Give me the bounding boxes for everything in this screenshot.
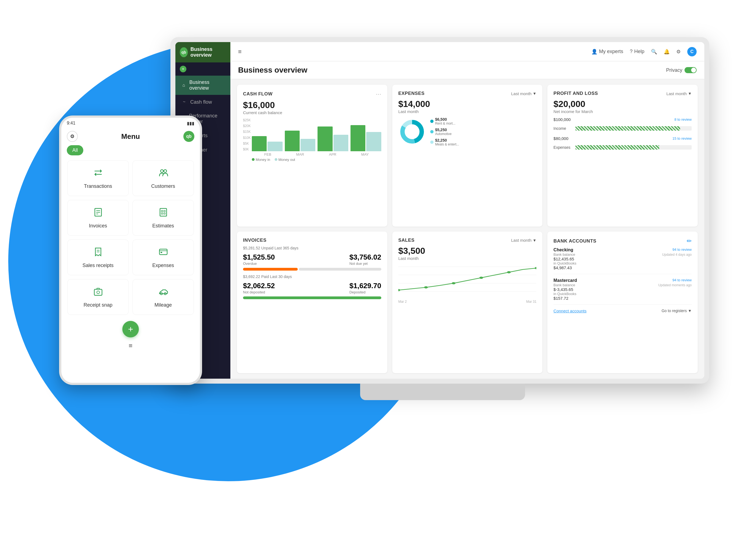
connect-accounts-link[interactable]: Connect accounts [553, 309, 586, 313]
cash-flow-header: CASH FLOW ⋯ [243, 91, 381, 97]
sidebar-plus-icon: + [180, 66, 186, 72]
profit-loss-card: PROFIT AND LOSS Last month ▼ $20,000 Net… [547, 85, 698, 227]
phone-item-expenses[interactable]: Expenses [133, 240, 194, 275]
pencil-icon[interactable]: ✏ [687, 238, 692, 245]
svg-rect-28 [161, 252, 162, 253]
hamburger-icon[interactable]: ≡ [238, 48, 242, 55]
not-due-amount: $3,756.02 [349, 253, 381, 262]
phone-filter: All [61, 145, 200, 159]
expenses-header: EXPENSES Last month ▼ [398, 91, 537, 96]
pl-chevron-icon: ▼ [688, 91, 692, 96]
sidebar-app-title: Business overview [191, 46, 226, 58]
phone-hamburger-icon[interactable]: ≡ [61, 342, 200, 352]
checking-review[interactable]: 94 to review [662, 247, 692, 252]
sales-line-chart: Mar 2 Mar 31 [398, 264, 537, 297]
qb-app: qb Business overview + ⌂ Business overvi… [175, 42, 704, 379]
bar-group-feb [252, 136, 283, 151]
svg-point-30 [97, 291, 100, 294]
phone-qb-logo: qb [183, 131, 194, 142]
phone-item-receipt-snap[interactable]: Receipt snap [67, 279, 129, 315]
nav-left: ≡ [238, 48, 242, 55]
pl-income-bar-row: Income [553, 126, 692, 131]
customers-label: Customers [151, 183, 175, 189]
privacy-toggle[interactable]: Privacy [666, 67, 697, 73]
sales-amount: $3,500 [398, 246, 537, 256]
sidebar-item-business-overview[interactable]: ⌂ Business overview [175, 76, 230, 95]
bell-nav[interactable]: 🔔 [664, 49, 670, 55]
settings-nav[interactable]: ⚙ [676, 49, 681, 55]
svg-point-13 [535, 267, 537, 269]
phone-settings-icon[interactable]: ⚙ [67, 131, 78, 142]
checking-account: Checking Bank balance $12,435.65 in Quic… [553, 247, 692, 274]
cash-flow-title: CASH FLOW [243, 91, 272, 97]
pl-expense-bar-row: Expenses [553, 145, 692, 150]
page-header: Business overview Privacy [230, 61, 704, 79]
deposited-amount: $1,629.70 [349, 282, 381, 290]
cash-flow-menu-icon[interactable]: ⋯ [376, 91, 381, 97]
phone-status-bar: 9:41 ▮▮▮ [61, 118, 200, 129]
expense-review[interactable]: 15 to review [672, 136, 692, 141]
bar-apr-in [318, 126, 332, 151]
sales-period-selector[interactable]: Last month ▼ [511, 238, 536, 243]
help-nav[interactable]: ? Help [630, 49, 644, 54]
bar-may-out [366, 132, 381, 151]
checking-updated: Updated 4 days ago [662, 253, 692, 257]
sidebar-add-item[interactable]: + [175, 62, 230, 76]
sales-receipts-label: Sales receipts [82, 263, 114, 268]
phone-item-mileage[interactable]: Mileage [133, 279, 194, 315]
sales-x-labels: Mar 2 Mar 31 [398, 300, 537, 304]
mastercard-review[interactable]: 94 to review [658, 278, 692, 282]
sidebar-item-cash-flow[interactable]: ~ Cash flow [175, 95, 230, 109]
user-avatar[interactable]: C [687, 47, 697, 56]
search-nav[interactable]: 🔍 [651, 49, 657, 55]
deposited-bar [243, 296, 381, 299]
sales-chevron-icon: ▼ [532, 238, 536, 243]
phone-item-invoices[interactable]: Invoices [67, 200, 129, 236]
income-review[interactable]: 8 to review [674, 117, 692, 122]
expenses-donut: $6,500 Rent & mort... $5,250 [398, 117, 537, 146]
laptop-screen: qb Business overview + ⌂ Business overvi… [175, 42, 704, 379]
bar-apr-out [333, 135, 348, 151]
expenses-period-selector[interactable]: Last month ▼ [511, 91, 536, 96]
mastercard-updated: Updated moments ago [658, 283, 692, 287]
expense-bar-container [575, 145, 692, 150]
gear-icon: ⚙ [676, 49, 681, 55]
expense-bar [575, 145, 659, 150]
go-registers-link[interactable]: Go to registers ▼ [661, 309, 692, 313]
checking-qb-label: in QuickBooks [553, 261, 576, 265]
pl-period-selector[interactable]: Last month ▼ [666, 91, 692, 96]
phone-menu-grid: Transactions Customers [61, 159, 200, 317]
phone-item-estimates[interactable]: Estimates [133, 200, 194, 236]
svg-point-11 [479, 277, 483, 279]
filter-all-btn[interactable]: All [67, 145, 83, 155]
phone-header: ⚙ Menu qb [61, 129, 200, 145]
donut-svg [398, 118, 426, 145]
phone-item-sales-receipts[interactable]: Sales receipts [67, 240, 129, 275]
not-deposited-amount: $2,062.52 [243, 282, 275, 290]
page-title: Business overview [238, 66, 307, 75]
overdue-amount: $1,525.50 [243, 253, 275, 262]
pl-amount: $20,000 [553, 99, 692, 109]
svg-point-10 [452, 282, 455, 284]
expense-label: Expenses [553, 145, 573, 150]
phone-item-customers[interactable]: Customers [133, 160, 194, 196]
bar-group-may [351, 125, 381, 151]
sidebar-logo: qb Business overview [175, 42, 230, 62]
cash-flow-card: CASH FLOW ⋯ $16,000 Current cash balance… [237, 85, 387, 227]
svg-rect-27 [159, 249, 167, 255]
cashflow-icon: ~ [181, 99, 187, 105]
phone-item-transactions[interactable]: Transactions [67, 160, 129, 196]
svg-point-8 [398, 289, 400, 291]
checking-balance: $12,435.65 [553, 257, 576, 261]
bell-icon: 🔔 [664, 49, 670, 55]
phone-menu-title: Menu [121, 132, 140, 141]
toggle-switch[interactable] [685, 67, 697, 73]
svg-point-3 [405, 125, 419, 139]
my-experts-nav[interactable]: 👤 My experts [591, 49, 623, 55]
bar-group-apr [318, 126, 348, 151]
rent-color [430, 120, 434, 123]
bar-mar-in [285, 131, 300, 151]
checking-qb-balance: $4,987.43 [553, 265, 576, 270]
pl-income-row-header: $100,000 8 to review [553, 117, 692, 122]
phone-add-button[interactable]: + [122, 321, 139, 337]
